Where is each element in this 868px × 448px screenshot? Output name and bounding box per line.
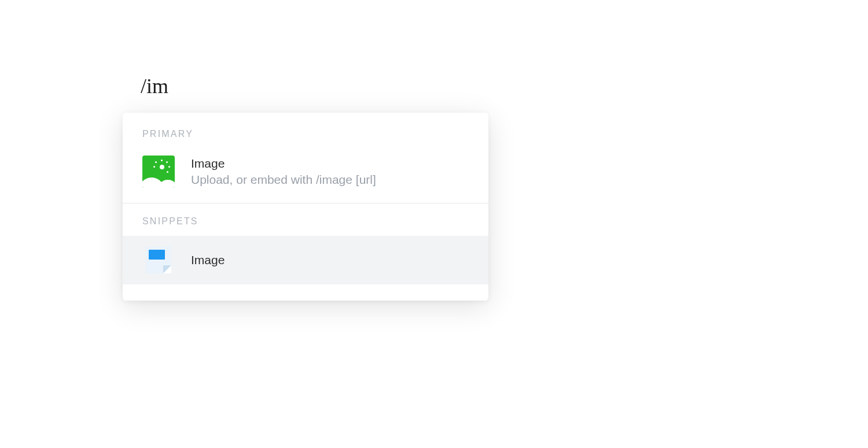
primary-section: PRIMARY Image Upload, or embed with /ima — [123, 113, 488, 203]
slash-command-input[interactable]: /im — [141, 74, 168, 98]
menu-item-title: Image — [191, 253, 225, 267]
slash-command-menu: PRIMARY Image Upload, or embed with /ima — [123, 113, 488, 301]
image-icon — [142, 155, 175, 188]
section-header-snippets: SNIPPETS — [123, 203, 488, 236]
section-header-primary: PRIMARY — [123, 113, 488, 147]
menu-item-snippet-image[interactable]: Image — [123, 236, 488, 284]
menu-item-description: Upload, or embed with /image [url] — [191, 173, 376, 187]
snippets-section: SNIPPETS Image — [123, 203, 488, 284]
bottom-pad — [123, 284, 488, 301]
menu-item-image[interactable]: Image Upload, or embed with /image [url] — [123, 147, 488, 203]
menu-item-title: Image — [191, 157, 376, 171]
snippet-icon — [142, 246, 175, 274]
